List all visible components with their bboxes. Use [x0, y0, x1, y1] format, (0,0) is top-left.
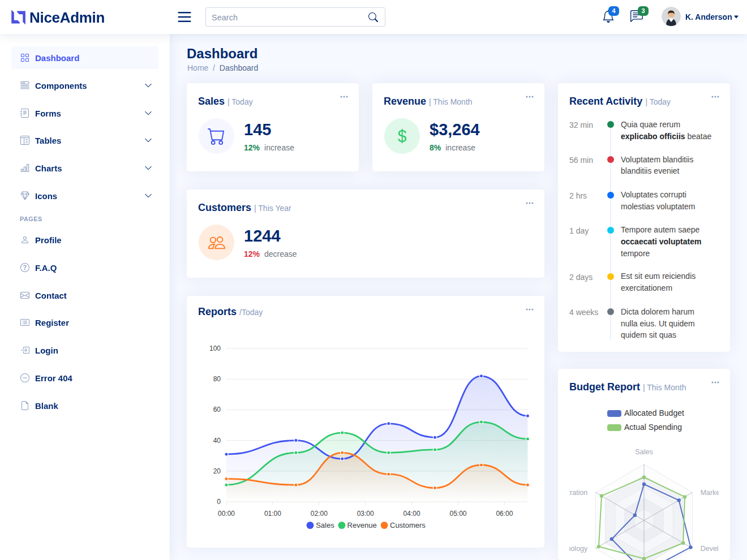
svg-text:20: 20	[213, 467, 221, 475]
svg-text:04:00: 04:00	[403, 510, 420, 518]
svg-text:Development: Development	[701, 545, 730, 553]
svg-text:Sales: Sales	[316, 521, 334, 529]
svg-text:03:00: 03:00	[357, 510, 374, 518]
svg-text:100: 100	[209, 344, 221, 352]
svg-text:Marketing: Marketing	[701, 489, 730, 497]
svg-text:06:00: 06:00	[496, 510, 513, 518]
svg-text:0: 0	[217, 498, 221, 506]
svg-text:00:00: 00:00	[218, 510, 235, 518]
svg-text:60: 60	[213, 406, 221, 413]
svg-text:Sales: Sales	[635, 448, 652, 456]
svg-text:Customers: Customers	[390, 521, 426, 529]
svg-text:Administration: Administration	[558, 489, 587, 497]
svg-text:02:00: 02:00	[311, 510, 328, 518]
svg-text:05:00: 05:00	[449, 510, 466, 518]
svg-text:40: 40	[213, 437, 221, 445]
svg-text:Revenue: Revenue	[347, 521, 377, 529]
svg-text:Information Technology: Information Technology	[558, 545, 588, 553]
svg-text:01:00: 01:00	[264, 510, 281, 518]
svg-text:80: 80	[213, 375, 221, 383]
